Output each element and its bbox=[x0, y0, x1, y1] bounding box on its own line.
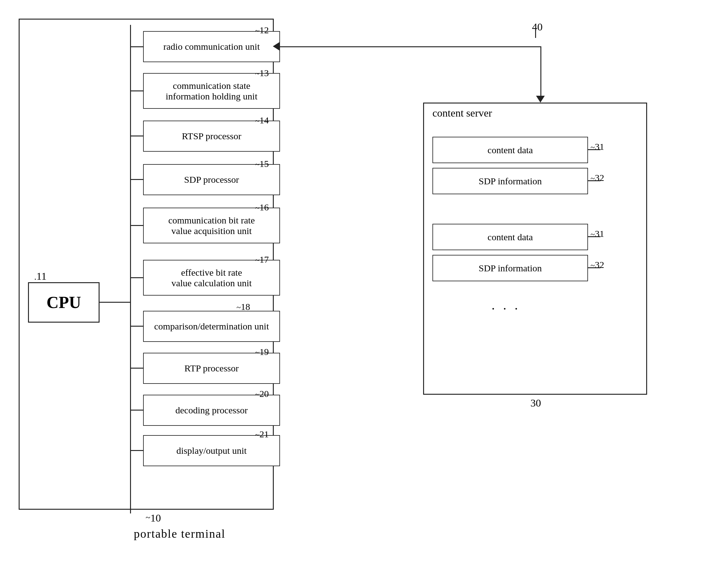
ref-30: 30 bbox=[530, 397, 541, 409]
comm-state-connector bbox=[130, 90, 143, 91]
rtsp-connector bbox=[130, 136, 143, 136]
ref-32-2: ~32 bbox=[591, 259, 604, 270]
rtp-connector bbox=[130, 368, 143, 369]
modules-left-border bbox=[130, 25, 131, 513]
comm-state-box: communication stateinformation holding u… bbox=[143, 73, 280, 109]
content-server-dots: · · · bbox=[492, 302, 520, 316]
ref-10: ~10 bbox=[146, 512, 161, 524]
ref-40: 40 bbox=[532, 21, 543, 33]
portable-terminal-label: portable terminal bbox=[134, 527, 226, 540]
ref-32-1: ~32 bbox=[591, 172, 604, 183]
sdp-connector bbox=[130, 179, 143, 180]
rtp-box: RTP processor bbox=[143, 353, 280, 384]
ref-32-2-line bbox=[588, 267, 600, 268]
display-box: display/output unit bbox=[143, 435, 280, 466]
comm-bitrate-connector bbox=[130, 225, 143, 226]
ref-13: ~13 bbox=[255, 68, 269, 78]
ref-18: ~18 bbox=[236, 302, 250, 312]
ref-16: ~16 bbox=[255, 202, 269, 213]
decoding-connector bbox=[130, 410, 143, 411]
ref-31-2: ~31 bbox=[591, 228, 604, 239]
radio-comm-box: radio communication unit bbox=[143, 31, 280, 62]
radio-comm-connector bbox=[130, 46, 143, 47]
ref-20: ~20 bbox=[255, 389, 269, 399]
arrow-into-radio-comm bbox=[273, 42, 280, 51]
content-data-1-box: content data bbox=[433, 137, 588, 163]
ref-15: ~15 bbox=[255, 159, 269, 169]
eff-bitrate-connector bbox=[130, 277, 143, 278]
display-connector bbox=[130, 450, 143, 451]
arrow-down-to-server bbox=[536, 96, 545, 103]
content-server-label: content server bbox=[433, 107, 492, 119]
ref-14: ~14 bbox=[255, 115, 269, 126]
ref-12: ~12 bbox=[255, 25, 269, 35]
sdp-info-1-box: SDP information bbox=[433, 168, 588, 194]
comparison-connector bbox=[130, 326, 143, 327]
content-data-2-box: content data bbox=[433, 224, 588, 250]
decoding-box: decoding processor bbox=[143, 395, 280, 426]
ref-17: ~17 bbox=[255, 254, 269, 265]
comm-bitrate-box: communication bit ratevalue acquisition … bbox=[143, 207, 280, 243]
horiz-line-radio-to-server bbox=[280, 46, 541, 47]
ref-19: ~19 bbox=[255, 346, 269, 357]
eff-bitrate-box: effective bit ratevalue calculation unit bbox=[143, 260, 280, 296]
comparison-box: comparison/determination unit bbox=[143, 311, 280, 342]
ref-31-1: ~31 bbox=[591, 141, 604, 152]
cpu-label: CPU bbox=[47, 293, 81, 312]
sdp-info-2-box: SDP information bbox=[433, 255, 588, 281]
ref-31-1-line bbox=[588, 149, 600, 150]
ref-40-tick bbox=[535, 29, 536, 38]
ref-21: ~21 bbox=[255, 429, 269, 440]
ref-11: .11 bbox=[34, 270, 47, 282]
cpu-connector-line bbox=[100, 302, 131, 303]
vert-line-right bbox=[540, 46, 541, 101]
cpu-box: CPU bbox=[28, 282, 100, 323]
ref-31-2-line bbox=[588, 236, 600, 237]
ref-32-1-line bbox=[588, 180, 600, 181]
